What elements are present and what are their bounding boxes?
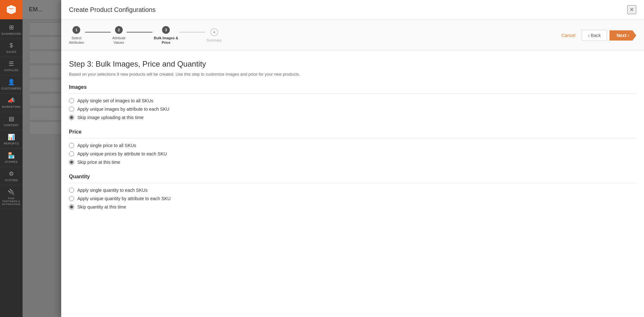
images-option-single[interactable]: Apply single set of images to all SKUs [69,98,636,103]
price-section: Price Apply single price to all SKUs App… [69,129,636,165]
modal-header: Create Product Configurations × [61,0,644,20]
sidebar-item-stores[interactable]: 🏪 STORES [0,149,23,167]
images-section-title: Images [69,84,636,94]
sidebar-logo[interactable] [0,0,23,19]
step-1-circle: 1 [72,26,80,34]
step-2-label: AttributeValues [112,36,125,45]
images-radio-skip[interactable] [69,115,74,120]
step-description: Based on your selections 9 new products … [69,72,636,77]
reports-icon: 📊 [8,134,15,141]
dashboard-icon: ⊞ [9,24,14,31]
catalog-icon: ☰ [9,60,14,67]
quantity-option-skip[interactable]: Skip quantity at this time [69,204,636,210]
sidebar-item-marketing[interactable]: 📣 MARKETING [0,94,23,112]
quantity-label-unique: Apply unique quantity by attribute to ea… [77,196,171,201]
quantity-label-single: Apply single quantity to each SKUs [77,188,148,193]
quantity-radio-single[interactable] [69,188,74,193]
quantity-option-single[interactable]: Apply single quantity to each SKUs [69,188,636,193]
quantity-section: Quantity Apply single quantity to each S… [69,174,636,210]
marketing-icon: 📣 [8,97,15,104]
step-3-circle: 3 [162,26,170,34]
modal-title: Create Product Configurations [69,6,156,14]
close-button[interactable]: × [627,5,636,14]
sidebar-item-stores-label: STORES [5,160,18,163]
next-chevron-icon: › [628,33,629,38]
back-button[interactable]: ‹ Back [582,30,607,41]
step-1-label: SelectAttributes [69,36,84,45]
price-radio-group: Apply single price to all SKUs Apply uni… [69,143,636,165]
price-label-skip: Skip price at this time [77,160,120,165]
quantity-radio-skip[interactable] [69,204,74,210]
sidebar-item-content-label: CONTENT [4,124,19,127]
sidebar-item-find-partners[interactable]: 🔌 FIND PARTNERS & EXTENSIONS [0,185,23,209]
step-connector-2-3 [127,32,152,33]
customers-icon: 👤 [8,79,15,86]
step-3-label: Bulk Images &Price [154,36,178,45]
sidebar-item-sales-label: SALES [6,50,16,53]
quantity-option-unique[interactable]: Apply unique quantity by attribute to ea… [69,196,636,201]
images-radio-unique[interactable] [69,107,74,112]
price-radio-skip[interactable] [69,160,74,165]
images-label-single: Apply single set of images to all SKUs [77,98,153,103]
next-button[interactable]: Next › [610,30,636,41]
price-radio-unique[interactable] [69,151,74,156]
step-2-circle: 2 [115,26,123,34]
quantity-label-skip: Skip quantity at this time [77,204,126,210]
stepper: 1 SelectAttributes 2 AttributeValues [69,26,222,45]
price-option-unique[interactable]: Apply unique prices by attribute to each… [69,151,636,156]
sidebar-item-system[interactable]: ⚙ SYSTEM [0,167,23,185]
quantity-section-title: Quantity [69,174,636,183]
price-radio-single[interactable] [69,143,74,148]
sidebar-item-catalog[interactable]: ☰ CATALOG [0,57,23,75]
sidebar-item-reports-label: REPORTS [4,142,19,145]
sidebar-item-dashboard[interactable]: ⊞ DASHBOARD [0,21,23,39]
step-4-label: Summary [207,38,222,42]
create-product-configurations-modal: Create Product Configurations × 1 Select… [61,0,644,317]
cancel-button[interactable]: Cancel [558,31,580,40]
images-radio-single[interactable] [69,98,74,103]
price-label-single: Apply single price to all SKUs [77,143,136,148]
images-option-skip[interactable]: Skip image uploading at this time [69,115,636,120]
step-3: 3 Bulk Images &Price [154,26,178,45]
quantity-radio-group: Apply single quantity to each SKUs Apply… [69,188,636,210]
price-label-unique: Apply unique prices by attribute to each… [77,151,167,156]
find-partners-icon: 🔌 [8,189,15,196]
sidebar-item-dashboard-label: DASHBOARD [1,32,21,35]
step-title: Step 3: Bulk Images, Price and Quantity [69,60,636,69]
price-option-skip[interactable]: Skip price at this time [69,160,636,165]
stores-icon: 🏪 [8,152,15,159]
stepper-buttons: Cancel ‹ Back Next › [558,30,636,41]
price-option-single[interactable]: Apply single price to all SKUs [69,143,636,148]
images-label-unique: Apply unique images by attribute to each… [77,107,169,112]
sidebar-item-content[interactable]: ▤ CONTENT [0,112,23,130]
sidebar-item-customers[interactable]: 👤 CUSTOMERS [0,75,23,94]
images-section: Images Apply single set of images to all… [69,84,636,120]
price-section-title: Price [69,129,636,138]
images-radio-group: Apply single set of images to all SKUs A… [69,98,636,120]
quantity-radio-unique[interactable] [69,196,74,201]
step-connector-3-4 [179,32,205,33]
step-connector-1-2 [85,32,111,33]
content-icon: ▤ [9,115,14,122]
images-label-skip: Skip image uploading at this time [77,115,143,120]
step-4-circle: 4 [210,28,218,36]
sidebar-item-customers-label: CUSTOMERS [1,87,21,90]
stepper-area: 1 SelectAttributes 2 AttributeValues [61,20,644,51]
step-4: 4 Summary [207,28,222,42]
sales-icon: $ [10,42,13,49]
sidebar-item-find-partners-label: FIND PARTNERS & EXTENSIONS [1,197,21,206]
step-1: 1 SelectAttributes [69,26,84,45]
main-area: EM... Create Product Configurations × [23,0,644,317]
modal-body: Step 3: Bulk Images, Price and Quantity … [61,51,644,317]
step-2: 2 AttributeValues [112,26,125,45]
sidebar-item-marketing-label: MARKETING [2,105,21,108]
sidebar-item-reports[interactable]: 📊 REPORTS [0,130,23,149]
sidebar-item-catalog-label: CATALOG [4,69,18,72]
sidebar-item-sales[interactable]: $ SALES [0,39,23,57]
images-option-unique[interactable]: Apply unique images by attribute to each… [69,107,636,112]
sidebar-item-system-label: SYSTEM [5,179,18,182]
back-chevron-icon: ‹ [588,33,590,38]
system-icon: ⚙ [9,170,14,177]
sidebar: ⊞ DASHBOARD $ SALES ☰ CATALOG 👤 CUSTOMER… [0,0,23,317]
